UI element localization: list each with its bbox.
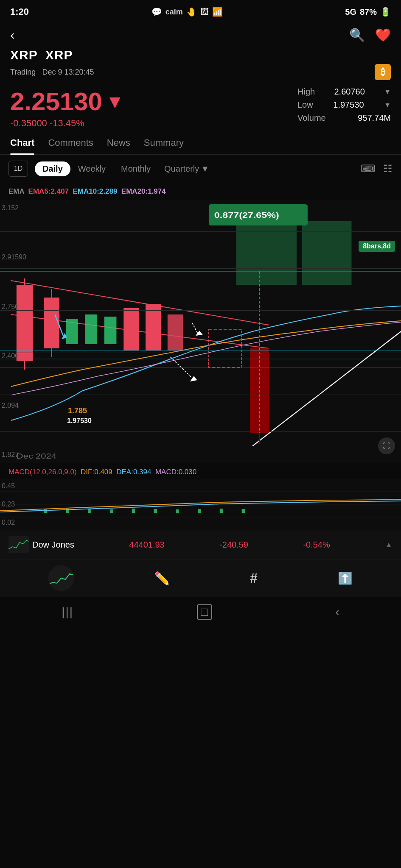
tab-chart[interactable]: Chart	[10, 137, 34, 154]
period-monthly-button[interactable]: Monthly	[113, 161, 158, 176]
svg-rect-42	[132, 509, 135, 513]
ema-bar: EMA EMA5:2.407 EMA10:2.289 EMA20:1.974	[0, 183, 401, 200]
chart-toolbar: 1D Daily Weekly Monthly Quarterly ▼ ⌨ ☷	[0, 155, 401, 183]
toolbar-right: ⌨ ☷	[361, 163, 393, 175]
header-nav: ‹ 🔍 ❤️	[0, 22, 401, 48]
timeframe-1d-button[interactable]: 1D	[8, 161, 28, 177]
svg-rect-20	[209, 329, 242, 367]
svg-rect-17	[123, 308, 139, 351]
chart-expand-button[interactable]: ⛶	[378, 437, 395, 454]
chart-area: 0.877(27.65%)	[0, 200, 401, 463]
calm-icon: calm	[165, 8, 183, 17]
svg-rect-47	[242, 509, 245, 513]
battery-icon: 🔋	[380, 7, 391, 17]
tab-news[interactable]: News	[107, 137, 130, 154]
chart-price-1785: 1.785	[68, 406, 87, 415]
tab-bar: Chart Comments News Summary	[0, 137, 401, 155]
chart-svg: 0.877(27.65%)	[0, 200, 401, 463]
hashtag-icon[interactable]: #	[250, 570, 258, 586]
trading-info: Trading Dec 9 13:20:45	[10, 68, 94, 77]
system-menu-button[interactable]: |||	[62, 605, 73, 619]
status-right: 5G 87% 🔋	[345, 7, 391, 17]
svg-rect-39	[66, 509, 69, 513]
signal-label: 5G	[345, 7, 356, 17]
system-home-button[interactable]: □	[197, 604, 212, 620]
price-stats: High 2.60760 ▼ Low 1.97530 ▼ Volume 957.…	[297, 87, 391, 123]
photos-icon: 🖼	[200, 7, 209, 17]
svg-rect-44	[176, 509, 179, 513]
macd-header: MACD(12.0,26.0,9.0) DIF:0.409 DEA:0.394 …	[0, 463, 401, 479]
battery-label: 87%	[360, 7, 377, 17]
status-bar: 1:20 💬 calm 🤚 🖼 📶 5G 87% 🔋	[0, 0, 401, 22]
share-icon[interactable]: ⬆️	[338, 571, 353, 585]
ticker-name: Dow Jones	[32, 540, 74, 550]
svg-rect-43	[154, 509, 157, 513]
svg-rect-18	[146, 304, 161, 351]
svg-rect-14	[66, 319, 78, 344]
layout-icon[interactable]: ☷	[383, 163, 393, 175]
nav-thumbnail[interactable]	[48, 565, 74, 591]
price-section: 2.25130 ▼ -0.35000 -13.45% High 2.60760 …	[0, 87, 401, 137]
svg-rect-40	[88, 509, 91, 513]
stock-ticker: XRP XRP	[10, 48, 391, 62]
search-icon[interactable]: 🔍	[349, 28, 365, 42]
svg-rect-38	[44, 509, 48, 513]
header-actions: 🔍 ❤️	[349, 28, 391, 42]
ticker-price: 44401.93	[129, 540, 164, 550]
svg-rect-19	[168, 314, 183, 351]
status-time: 1:20	[10, 6, 29, 17]
favorite-icon[interactable]: ❤️	[375, 28, 391, 42]
price-change: -0.35000 -13.45%	[10, 118, 124, 129]
current-price: 2.25130 ▼	[10, 87, 124, 116]
period-daily-button[interactable]: Daily	[35, 161, 70, 176]
tab-summary[interactable]: Summary	[144, 137, 184, 154]
stock-info: XRP XRP Trading Dec 9 13:20:45 ₿	[0, 48, 401, 87]
back-button[interactable]: ‹	[10, 27, 15, 43]
messenger-icon: 💬	[151, 7, 162, 17]
chart-8bars-label: 8bars,8d	[359, 241, 395, 252]
stock-meta: Trading Dec 9 13:20:45 ₿	[10, 64, 391, 80]
svg-rect-15	[85, 314, 97, 344]
wifi-icon: 📶	[212, 7, 223, 17]
stat-volume: Volume 957.74M	[297, 113, 391, 123]
svg-marker-30	[190, 376, 197, 381]
candle-type-icon[interactable]: ⌨	[361, 163, 376, 175]
system-nav: ||| □ ‹	[0, 597, 401, 632]
svg-rect-16	[104, 317, 116, 344]
btc-badge: ₿	[375, 64, 391, 80]
hand-icon: 🤚	[186, 7, 197, 17]
price-down-arrow: ▼	[106, 91, 124, 112]
svg-rect-41	[110, 509, 113, 513]
status-app-icons: 💬 calm 🤚 🖼 📶	[151, 7, 223, 17]
period-weekly-button[interactable]: Weekly	[70, 161, 113, 176]
edit-icon[interactable]: ✏️	[154, 571, 170, 586]
svg-line-7	[252, 331, 401, 446]
svg-line-27	[192, 323, 198, 334]
ticker-change: -240.59	[219, 540, 248, 550]
ticker-expand-icon[interactable]: ▲	[385, 540, 393, 549]
bottom-nav: ✏️ # ⬆️	[0, 559, 401, 597]
dropdown-arrow-icon: ▼	[201, 164, 209, 174]
tab-comments[interactable]: Comments	[48, 137, 93, 154]
system-back-button[interactable]: ‹	[335, 605, 339, 619]
price-left: 2.25130 ▼ -0.35000 -13.45%	[10, 87, 124, 129]
svg-rect-1	[302, 221, 352, 285]
macd-chart: 0.45 0.23 0.02	[0, 479, 401, 530]
svg-rect-11	[44, 298, 59, 348]
svg-rect-45	[198, 509, 201, 513]
svg-text:Dec 2024: Dec 2024	[17, 452, 56, 460]
period-quarterly-dropdown[interactable]: Quarterly ▼	[158, 161, 215, 176]
svg-rect-8	[17, 285, 33, 361]
stat-low: Low 1.97530 ▼	[297, 100, 391, 110]
ticker-pct: -0.54%	[303, 540, 330, 550]
stat-high: High 2.60760 ▼	[297, 87, 391, 97]
svg-text:0.877(27.65%): 0.877(27.65%)	[214, 211, 279, 220]
chart-price-19753: 1.97530	[67, 417, 92, 425]
macd-svg	[0, 479, 401, 530]
svg-rect-46	[220, 509, 223, 513]
bottom-ticker: Dow Jones 44401.93 -240.59 -0.54% ▲	[0, 530, 401, 559]
